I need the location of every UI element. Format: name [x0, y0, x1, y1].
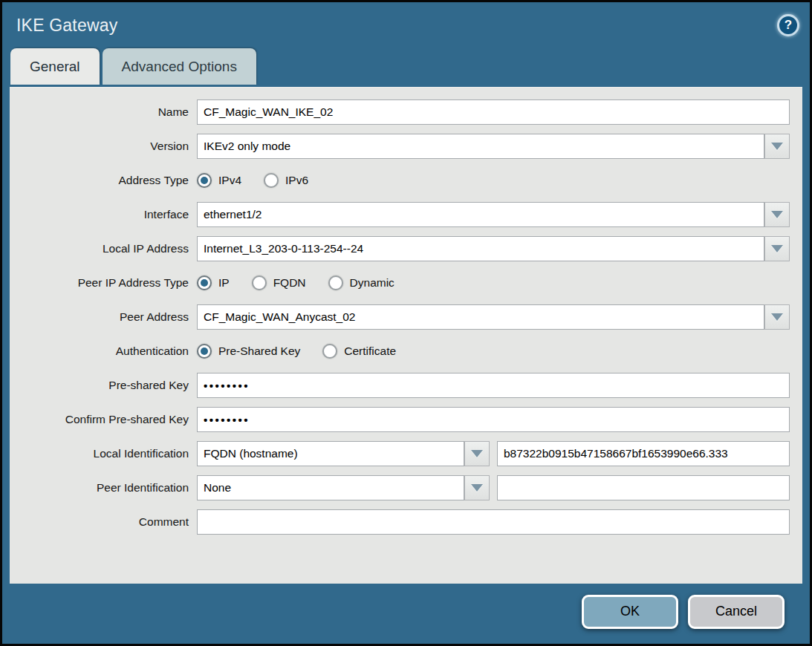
chevron-down-icon	[471, 450, 483, 457]
local-identification-value-input[interactable]	[497, 441, 790, 466]
local-identification-row: Local Identification	[10, 441, 802, 466]
address-type-ipv6-label: IPv6	[285, 174, 308, 187]
local-ip-address-label: Local IP Address	[10, 242, 197, 255]
authentication-row: Authentication Pre-Shared Key Certificat…	[10, 339, 802, 364]
name-label: Name	[10, 105, 197, 119]
address-type-ipv4-label: IPv4	[218, 174, 241, 187]
peer-identification-type-select[interactable]	[197, 475, 464, 500]
version-dropdown-button[interactable]	[764, 134, 790, 159]
tab-bar: General Advanced Options	[2, 48, 810, 85]
local-ip-address-dropdown-button[interactable]	[764, 236, 790, 261]
pre-shared-key-label: Pre-shared Key	[10, 379, 197, 392]
authentication-option-pre-shared-key[interactable]: Pre-Shared Key	[197, 344, 300, 359]
peer-identification-label: Peer Identification	[10, 481, 197, 495]
peer-ip-address-type-row: Peer IP Address Type IP FQDN Dynamic	[10, 270, 802, 296]
version-row: Version	[10, 134, 802, 159]
peer-ip-type-option-dynamic[interactable]: Dynamic	[328, 275, 394, 290]
local-identification-label: Local Identification	[10, 447, 197, 460]
local-identification-dropdown-button[interactable]	[464, 441, 490, 466]
chevron-down-icon	[771, 313, 783, 321]
chevron-down-icon	[771, 143, 783, 150]
peer-address-label: Peer Address	[10, 310, 197, 324]
authentication-certificate-label: Certificate	[344, 345, 396, 358]
interface-label: Interface	[10, 208, 197, 221]
interface-row: Interface	[10, 202, 802, 227]
authentication-option-certificate[interactable]: Certificate	[322, 344, 396, 359]
authentication-label: Authentication	[10, 345, 197, 358]
pre-shared-key-input[interactable]	[197, 373, 790, 398]
tab-advanced-options-label: Advanced Options	[122, 59, 237, 75]
version-label: Version	[10, 140, 197, 153]
general-tab-panel: Name Version Address Type IPv4	[10, 87, 802, 584]
comment-row: Comment	[10, 509, 802, 535]
peer-identification-value-input[interactable]	[497, 475, 790, 500]
peer-address-row: Peer Address	[10, 304, 802, 330]
radio-unselected-icon	[264, 173, 279, 188]
peer-ip-type-option-fqdn[interactable]: FQDN	[252, 275, 306, 290]
peer-ip-type-ip-label: IP	[218, 276, 230, 290]
peer-address-dropdown-button[interactable]	[764, 304, 790, 330]
authentication-psk-label: Pre-Shared Key	[218, 345, 300, 358]
comment-input[interactable]	[197, 509, 790, 535]
tab-general[interactable]: General	[10, 48, 100, 85]
address-type-option-ipv6[interactable]: IPv6	[264, 173, 308, 188]
pre-shared-key-row: Pre-shared Key	[10, 373, 802, 398]
footer-bar: OK Cancel	[2, 579, 810, 644]
confirm-pre-shared-key-label: Confirm Pre-shared Key	[10, 413, 197, 426]
peer-address-input[interactable]	[197, 304, 764, 330]
comment-label: Comment	[10, 515, 197, 529]
chevron-down-icon	[771, 245, 783, 252]
radio-unselected-icon	[328, 275, 343, 290]
peer-ip-type-fqdn-label: FQDN	[273, 276, 306, 290]
confirm-pre-shared-key-input[interactable]	[197, 407, 790, 432]
tab-general-label: General	[30, 59, 80, 75]
name-row: Name	[10, 99, 802, 125]
interface-input[interactable]	[197, 202, 764, 227]
address-type-option-ipv4[interactable]: IPv4	[197, 173, 241, 188]
radio-selected-icon	[197, 275, 212, 290]
ok-button[interactable]: OK	[582, 595, 678, 629]
peer-ip-type-dynamic-label: Dynamic	[350, 276, 394, 290]
help-icon[interactable]: ?	[777, 14, 799, 36]
name-input[interactable]	[197, 99, 790, 125]
chevron-down-icon	[471, 484, 483, 492]
tab-advanced-options[interactable]: Advanced Options	[103, 48, 256, 85]
peer-identification-dropdown-button[interactable]	[464, 475, 490, 500]
ike-gateway-dialog: IKE Gateway ? General Advanced Options N…	[0, 0, 812, 646]
chevron-down-icon	[771, 211, 783, 218]
version-input[interactable]	[197, 134, 764, 159]
radio-selected-icon	[197, 173, 212, 188]
interface-dropdown-button[interactable]	[764, 202, 790, 227]
local-ip-address-row: Local IP Address	[10, 236, 802, 261]
address-type-row: Address Type IPv4 IPv6	[10, 168, 802, 193]
titlebar: IKE Gateway ?	[2, 2, 810, 48]
cancel-button[interactable]: Cancel	[688, 595, 785, 629]
dialog-title: IKE Gateway	[16, 16, 117, 36]
address-type-label: Address Type	[10, 174, 197, 187]
local-identification-type-select[interactable]	[197, 441, 464, 466]
confirm-pre-shared-key-row: Confirm Pre-shared Key	[10, 407, 802, 432]
peer-ip-type-option-ip[interactable]: IP	[197, 275, 230, 290]
radio-selected-icon	[197, 344, 212, 359]
peer-ip-address-type-label: Peer IP Address Type	[10, 276, 197, 290]
peer-identification-row: Peer Identification	[10, 475, 802, 500]
radio-unselected-icon	[322, 344, 337, 359]
local-ip-address-input[interactable]	[197, 236, 764, 261]
radio-unselected-icon	[252, 275, 267, 290]
